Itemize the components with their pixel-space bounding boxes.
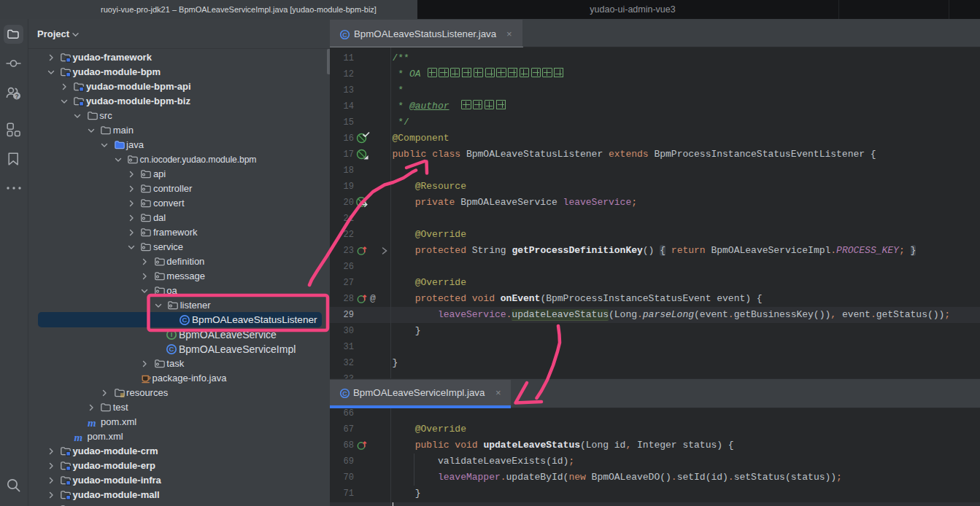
svg-text:?: ? <box>15 93 18 100</box>
